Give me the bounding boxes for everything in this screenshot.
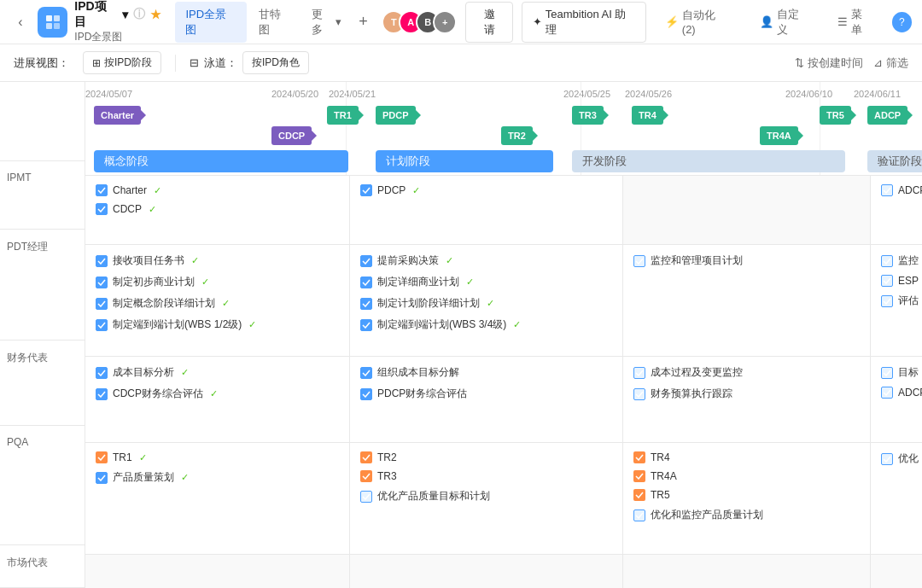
swim-cell-pqa-plan: TR2 TR3 优化产品质量目标和计划 — [350, 443, 623, 554]
task-adcp-verify-text: ADCP — [898, 184, 922, 196]
cb-orange-tr5[interactable] — [633, 489, 645, 501]
cb-19[interactable] — [881, 367, 893, 379]
task-optimize-v: 优化 — [881, 451, 922, 466]
phase-verify: 验证阶段 — [867, 150, 922, 172]
task-adcp-finance: ADCP — [881, 387, 922, 399]
milestone-charter-arrow — [141, 110, 146, 120]
custom-button[interactable]: 👤 自定义 — [750, 3, 820, 42]
cb-7[interactable] — [360, 298, 372, 310]
cb-5[interactable] — [360, 255, 372, 267]
swim-option[interactable]: 按IPD角色 — [242, 51, 309, 74]
cb-24[interactable] — [881, 453, 893, 465]
swim-cell-market-concept — [85, 555, 350, 588]
check-icon: ✓ — [154, 185, 161, 196]
cb-2[interactable] — [96, 277, 108, 288]
date-label-0: 2024/05/07 — [85, 89, 132, 99]
cb-9[interactable] — [633, 255, 645, 267]
milestone-tr4a-arrow — [798, 131, 803, 141]
tab-gantt[interactable]: 甘特图 — [248, 2, 301, 43]
swim-row-pdt: 接收项目任务书 ✓ 制定初步商业计划 ✓ 制定概念阶段详细计划 ✓ — [85, 245, 922, 357]
cb-4[interactable] — [96, 319, 108, 331]
task-optimize-quality-goal: 优化产品质量目标和计划 — [360, 489, 612, 504]
cb-6[interactable] — [360, 277, 372, 288]
content-area[interactable]: 2024/05/07 2024/05/20 2024/05/21 2024/05… — [85, 82, 922, 588]
label-pqa: PQA — [0, 426, 85, 545]
cb-21[interactable] — [96, 472, 108, 484]
date-label-5: 2024/06/10 — [785, 89, 832, 99]
swim-cell-ipmt-dev — [623, 176, 871, 244]
task-optimize-monitor-quality: 优化和监控产品质量计划 — [633, 508, 860, 522]
menu-icon: ☰ — [837, 15, 848, 28]
avatar-4[interactable]: + — [433, 10, 457, 34]
sort-button[interactable]: ⇅ 按创建时间 — [795, 55, 863, 71]
cb-orange-tr3[interactable] — [360, 470, 372, 482]
topbar: ‹ IPD项目 ▾ ⓘ ★ IPD全景图 IPD全景图 甘特图 更多 ▾ + T… — [0, 0, 922, 44]
cb-11[interactable] — [881, 275, 893, 287]
checkbox-charter[interactable] — [96, 184, 108, 196]
invite-button[interactable]: 邀请 — [465, 2, 512, 43]
cb-23[interactable] — [633, 509, 645, 521]
task-biz-plan-detail: 制定详细商业计划 ✓ — [360, 275, 612, 289]
cb-12[interactable] — [881, 295, 893, 307]
cb-20[interactable] — [881, 387, 893, 399]
swim-cell-ipmt-plan: PDCP ✓ — [350, 176, 623, 244]
cb-14[interactable] — [96, 388, 108, 400]
checkbox-pdcp[interactable] — [360, 184, 372, 196]
project-subtitle: IPD全景图 — [74, 30, 161, 44]
task-tr4-pqa: TR4 — [633, 451, 860, 463]
date-label-3: 2024/05/25 — [563, 89, 610, 99]
menu-button[interactable]: ☰ 菜单 — [827, 3, 883, 42]
view-icon: ⊞ — [92, 57, 101, 69]
cb-orange-tr1[interactable] — [96, 451, 108, 463]
cb-18[interactable] — [633, 388, 645, 400]
task-tr2-pqa: TR2 — [360, 451, 612, 463]
dropdown-arrow-icon[interactable]: ▾ — [122, 8, 128, 21]
lightning-icon: ⚡ — [665, 15, 679, 28]
checkbox-adcp-verify[interactable] — [881, 184, 893, 196]
cb-orange-tr4[interactable] — [633, 451, 645, 463]
help-button[interactable]: ? — [892, 12, 913, 32]
swim-row-pqa: TR1 ✓ 产品质量策划 ✓ TR2 — [85, 443, 922, 555]
cb-8[interactable] — [360, 319, 372, 331]
task-charter-text: Charter — [113, 184, 147, 196]
task-cost-target: 成本目标分析 ✓ — [96, 365, 339, 380]
swim-cell-ipmt-verify: ADCP — [871, 176, 922, 244]
cb-16[interactable] — [360, 388, 372, 400]
milestone-tr1: TR1 — [327, 106, 359, 125]
milestone-pdcp-arrow — [416, 110, 421, 120]
task-concept-detail-plan: 制定概念阶段详细计划 ✓ — [96, 296, 339, 311]
ai-button[interactable]: ✦ Teambition AI 助理 — [522, 2, 646, 43]
task-pdcp-text: PDCP — [377, 184, 406, 196]
cb-orange-tr2[interactable] — [360, 451, 372, 463]
cb-10[interactable] — [881, 255, 893, 267]
swim-row-ipmt: Charter ✓ CDCP ✓ — [85, 176, 922, 245]
task-pdcp: PDCP ✓ — [360, 184, 612, 196]
task-cost-decompose: 组织成本目标分解 — [360, 365, 612, 380]
info-icon[interactable]: ⓘ — [133, 7, 145, 22]
cb-15[interactable] — [360, 367, 372, 379]
milestone-tr5: TR5 — [820, 106, 851, 125]
ai-icon: ✦ — [533, 15, 542, 28]
cb-3[interactable] — [96, 298, 108, 310]
cb-1[interactable] — [96, 255, 108, 267]
task-tr1-pqa: TR1 ✓ — [96, 451, 339, 463]
tab-ipd[interactable]: IPD全景图 — [175, 2, 247, 43]
checkbox-cdcp[interactable] — [96, 203, 108, 215]
cb-22[interactable] — [360, 491, 372, 503]
swim-cell-pdt-dev: 监控和管理项目计划 — [623, 245, 871, 356]
swim-cell-ipmt-concept: Charter ✓ CDCP ✓ — [85, 176, 350, 244]
auto-button[interactable]: ⚡ 自动化 (2) — [655, 3, 741, 40]
filter-button[interactable]: ⊿ 筛选 — [873, 55, 908, 71]
svg-rect-1 — [54, 15, 60, 21]
view-option[interactable]: ⊞ 按IPD阶段 — [83, 51, 161, 74]
cb-17[interactable] — [633, 367, 645, 379]
task-cdcp: CDCP ✓ — [96, 203, 339, 215]
back-button[interactable]: ‹ — [10, 12, 31, 32]
cb-orange-tr4a[interactable] — [633, 470, 645, 482]
label-header-empty — [0, 82, 85, 161]
cb-13[interactable] — [96, 367, 108, 379]
add-tab-button[interactable]: + — [352, 10, 376, 34]
main-content: IPMT PDT经理 财务代表 PQA 市场代表 2024/05/07 2024… — [0, 82, 922, 588]
star-icon[interactable]: ★ — [150, 8, 161, 21]
more-button[interactable]: 更多 ▾ — [303, 2, 349, 43]
